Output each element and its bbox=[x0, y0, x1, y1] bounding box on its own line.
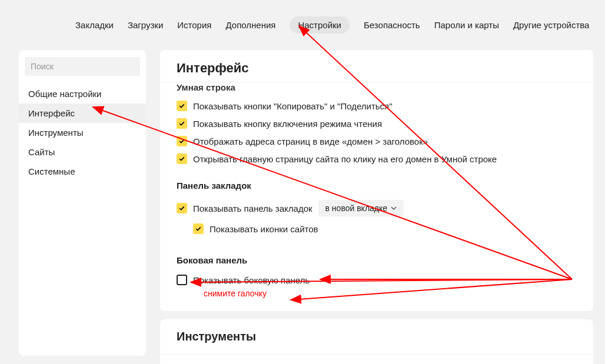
checkbox-reader[interactable] bbox=[177, 118, 187, 129]
checkbox-sidepanel[interactable] bbox=[177, 275, 187, 285]
label-open-main: Открывать главную страницу сайта по клик… bbox=[193, 154, 497, 164]
autofill-title: Автозаполнение bbox=[160, 355, 593, 364]
search-input[interactable]: Поиск bbox=[25, 57, 140, 76]
nav-downloads[interactable]: Загрузки bbox=[128, 20, 163, 30]
sidebar-item-tools[interactable]: Инструменты bbox=[19, 123, 146, 142]
annotation-text: снимите галочку bbox=[177, 289, 577, 298]
label-site-icons: Показывать иконки сайтов bbox=[210, 224, 318, 234]
label-reader: Показывать кнопку включения режима чтени… bbox=[193, 119, 382, 129]
dropdown-value: в новой вкладке bbox=[325, 203, 388, 213]
sidebar-item-sites[interactable]: Сайты bbox=[19, 142, 146, 162]
nav-bookmarks[interactable]: Закладки bbox=[75, 20, 114, 30]
tools-card: Инструменты Автозаполнение bbox=[160, 319, 593, 364]
checkbox-open-main[interactable] bbox=[177, 153, 187, 164]
top-nav: Закладки Загрузки История Дополнения Нас… bbox=[0, 0, 605, 50]
interface-title: Интерфейс bbox=[160, 50, 593, 82]
tools-title: Инструменты bbox=[160, 319, 593, 355]
label-show-bookmarks: Показывать панель закладок bbox=[193, 203, 313, 213]
checkbox-show-bookmarks[interactable] bbox=[177, 203, 187, 213]
label-sidepanel: Показывать боковую панель bbox=[193, 275, 310, 285]
label-copy-share: Показывать кнопки "Копировать" и "Подели… bbox=[193, 101, 393, 111]
nav-addons[interactable]: Дополнения bbox=[225, 20, 275, 30]
checkbox-copy-share[interactable] bbox=[177, 101, 187, 111]
nav-devices[interactable]: Другие устройства bbox=[513, 20, 589, 30]
checkbox-site-icons[interactable] bbox=[193, 223, 204, 234]
sidebar: Поиск Общие настройки Интерфейс Инструме… bbox=[19, 50, 146, 356]
checkbox-domain-title[interactable] bbox=[177, 136, 187, 146]
sidebar-item-system[interactable]: Системные bbox=[19, 162, 146, 181]
sidebar-item-interface[interactable]: Интерфейс bbox=[19, 103, 146, 123]
nav-passwords[interactable]: Пароли и карты bbox=[434, 20, 499, 30]
sidebar-item-general[interactable]: Общие настройки bbox=[19, 84, 146, 103]
sidepanel-title: Боковая панель bbox=[177, 255, 577, 271]
nav-history[interactable]: История bbox=[177, 20, 211, 30]
nav-settings[interactable]: Настройки bbox=[290, 16, 350, 34]
label-domain-title: Отображать адреса страниц в виде «домен … bbox=[193, 136, 428, 146]
bookmarks-dropdown[interactable]: в новой вкладке bbox=[318, 200, 404, 216]
interface-card: Интерфейс Умная строка Показывать кнопки… bbox=[160, 50, 593, 311]
smartline-title: Умная строка bbox=[177, 82, 577, 97]
bookmarks-title: Панель закладок bbox=[177, 181, 577, 196]
nav-security[interactable]: Безопасность bbox=[364, 20, 420, 30]
chevron-down-icon bbox=[391, 205, 397, 211]
